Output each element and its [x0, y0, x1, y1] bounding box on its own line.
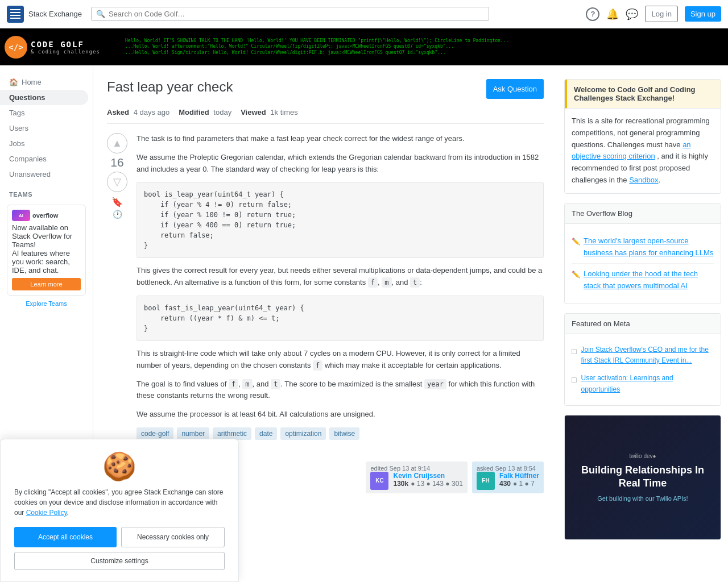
- logo-icon: </>: [5, 36, 27, 59]
- sidebar-item-jobs[interactable]: Jobs: [0, 136, 93, 151]
- cookie-text: By clicking "Accept all cookies", you ag…: [14, 487, 225, 518]
- sidebar-item-users[interactable]: Users: [0, 120, 93, 136]
- learn-more-button[interactable]: Learn more: [12, 278, 81, 290]
- ask-question-button[interactable]: Ask Question: [486, 79, 544, 99]
- search-input[interactable]: [109, 10, 484, 18]
- welcome-title: Welcome to Code Golf and Coding Challeng…: [574, 85, 696, 102]
- featured-meta-header: Featured on Meta: [565, 314, 721, 334]
- body-paragraph-5: The goal is to find values of f, m, and …: [136, 379, 544, 402]
- overflow-ai-desc: AI features where you work: search, IDE,…: [12, 249, 81, 275]
- edited-label: edited Sep 13 at 9:14: [370, 465, 463, 472]
- blog-link-0[interactable]: The world's largest open-source business…: [584, 235, 714, 259]
- welcome-box: Welcome to Code Golf and Coding Challeng…: [564, 79, 721, 194]
- asked-value: 4 days ago: [134, 108, 170, 117]
- asked-meta: Asked 4 days ago: [107, 108, 169, 117]
- sidebar-item-unanswered[interactable]: Unanswered: [0, 167, 93, 182]
- asker-meta: 430 ● 1 ● 7: [499, 480, 539, 488]
- sidebar-item-home[interactable]: 🏠 Home: [0, 74, 93, 90]
- asker-badges: ● 1 ● 7: [513, 480, 535, 488]
- tag-2[interactable]: arithmetic: [213, 427, 251, 440]
- tags-row: code-golf number arithmetic date optimiz…: [136, 427, 544, 440]
- editor-meta: 130k ● 13 ● 143 ● 301: [393, 480, 463, 488]
- tag-4[interactable]: optimization: [280, 427, 326, 440]
- sidebar-label-unanswered: Unanswered: [9, 170, 51, 178]
- sidebar-label-tags: Tags: [9, 109, 24, 117]
- bookmark-button[interactable]: 🔖: [111, 197, 123, 207]
- stack-exchange-icon: [7, 6, 24, 23]
- asker-name[interactable]: Falk Hüffner: [499, 472, 539, 480]
- home-icon: 🏠: [9, 78, 18, 86]
- help-icon[interactable]: ?: [586, 7, 599, 21]
- sidebar-item-tags[interactable]: Tags: [0, 105, 93, 120]
- body-paragraph-6: We assume the processor is at least 64 b…: [136, 409, 544, 421]
- viewed-meta: Viewed 1k times: [241, 108, 298, 117]
- sidebar-nav: 🏠 Home Questions Tags Users: [0, 74, 93, 182]
- ad-title: Building Relationships In Real Time: [574, 464, 712, 490]
- code-block-2: bool fast_is_leap_year(uint64_t year) { …: [136, 296, 544, 341]
- featured-meta-box: Featured on Meta □ Join Stack Overflow's…: [564, 313, 721, 406]
- code-block-1: bool is_leap_year(uint64_t year) { if (y…: [136, 182, 544, 258]
- vote-down-button[interactable]: ▽: [107, 172, 127, 192]
- blog-item-0: ✏️ The world's largest open-source busin…: [572, 231, 714, 264]
- asked-by-label: asked Sep 13 at 8:54: [477, 465, 539, 472]
- tag-1[interactable]: number: [177, 427, 209, 440]
- topbar-logo[interactable]: Stack Exchange: [7, 6, 82, 23]
- featured-link-1[interactable]: User activation: Learnings and opportuni…: [581, 373, 714, 394]
- sidebar-link-jobs[interactable]: Jobs: [0, 136, 88, 151]
- inline-code-f: f: [368, 277, 378, 288]
- question-meta: Asked 4 days ago Modified today Viewed 1…: [107, 108, 544, 124]
- featured-item-1: □ User activation: Learnings and opportu…: [572, 369, 714, 398]
- vote-count: 16: [110, 156, 123, 169]
- hero-logo[interactable]: </> CODE GOLF & coding challenges: [0, 28, 105, 65]
- cookie-icon: 🍪: [14, 451, 225, 483]
- search-icon: 🔍: [96, 10, 105, 18]
- sidebar-link-companies[interactable]: Companies: [0, 151, 88, 167]
- vote-up-button[interactable]: ▲: [107, 133, 127, 153]
- welcome-header: Welcome to Code Golf and Coding Challeng…: [565, 80, 721, 109]
- blog-link-1[interactable]: Looking under the hood at the tech stack…: [584, 268, 714, 292]
- necessary-cookies-button[interactable]: Necessary cookies only: [121, 527, 225, 547]
- overflow-ai-logo-text: overflow: [32, 212, 58, 219]
- overflow-blog-header: The Overflow Blog: [565, 203, 721, 224]
- sidebar-item-companies[interactable]: Companies: [0, 151, 93, 167]
- customize-settings-button[interactable]: Customize settings: [14, 552, 225, 570]
- welcome-body: This is a site for recreational programm…: [565, 109, 721, 193]
- sidebar-link-tags[interactable]: Tags: [0, 105, 88, 120]
- editor-info: KC Kevin Cruijssen 130k ● 13 ● 143 ● 301: [370, 472, 463, 490]
- tag-5[interactable]: bitwise: [329, 427, 359, 440]
- svg-rect-1: [10, 9, 20, 10]
- modified-label: Modified: [179, 108, 209, 117]
- cookie-buttons: Accept all cookies Necessary cookies onl…: [14, 527, 225, 547]
- inbox-icon[interactable]: 💬: [626, 8, 638, 20]
- sidebar-link-unanswered[interactable]: Unanswered: [0, 167, 88, 182]
- asker-card: asked Sep 13 at 8:54 FH Falk Hüffner 430…: [472, 462, 544, 493]
- cookie-policy-link[interactable]: Cookie Policy: [26, 509, 67, 517]
- welcome-link-sandbox[interactable]: Sandbox: [629, 176, 658, 184]
- editor-badges: ● 13 ● 143 ● 301: [411, 480, 463, 488]
- overflow-ai-icon: AI: [12, 210, 30, 221]
- accept-all-cookies-button[interactable]: Accept all cookies: [14, 527, 117, 547]
- sidebar-label-jobs: Jobs: [9, 139, 24, 148]
- overflow-ai-title: Now available on Stack Overflow for Team…: [12, 223, 81, 249]
- signup-button[interactable]: Sign up: [685, 6, 721, 22]
- asker-details: Falk Hüffner 430 ● 1 ● 7: [499, 472, 539, 488]
- achievements-icon[interactable]: 🔔: [606, 8, 619, 20]
- editor-name[interactable]: Kevin Cruijssen: [393, 472, 463, 480]
- overflow-blog-box: The Overflow Blog ✏️ The world's largest…: [564, 203, 721, 304]
- svg-rect-2: [10, 12, 20, 13]
- tag-0[interactable]: code-golf: [136, 427, 173, 440]
- search-bar[interactable]: 🔍: [91, 7, 489, 21]
- featured-meta-body: □ Join Stack Overflow's CEO and me for t…: [565, 334, 721, 405]
- sidebar-link-users[interactable]: Users: [0, 120, 88, 136]
- login-button[interactable]: Log in: [645, 6, 677, 22]
- sidebar-link-home[interactable]: 🏠 Home: [0, 74, 88, 90]
- ad-brand: twilio dev●: [574, 453, 712, 459]
- featured-link-0[interactable]: Join Stack Overflow's CEO and me for the…: [581, 344, 714, 366]
- history-button[interactable]: 🕐: [113, 210, 122, 219]
- sidebar-link-questions[interactable]: Questions: [0, 90, 88, 105]
- chat-bubble-icon-1: □: [572, 373, 576, 386]
- tag-3[interactable]: date: [255, 427, 277, 440]
- sidebar-item-questions[interactable]: Questions: [0, 90, 93, 105]
- sidebar-label-users: Users: [9, 124, 28, 132]
- explore-teams-link[interactable]: Explore Teams: [0, 300, 93, 307]
